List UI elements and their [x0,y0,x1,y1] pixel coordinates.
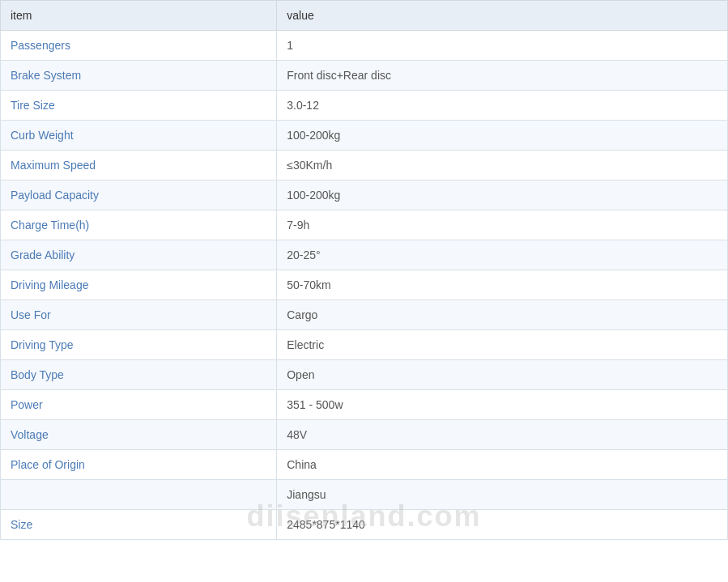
cell-item: Grade Ability [1,240,277,270]
cell-item: Maximum Speed [1,151,277,181]
cell-value: Cargo [277,300,728,330]
cell-value: 100-200kg [277,181,728,210]
cell-value: ≤30Km/h [277,151,728,181]
cell-value: Open [277,360,728,390]
cell-value: 3.0-12 [277,91,728,121]
cell-item: Voltage [1,420,277,450]
cell-item: Tire Size [1,91,277,121]
table-row: Maximum Speed≤30Km/h [1,151,728,181]
specs-table: item value Passengers1Brake SystemFront … [0,0,728,540]
table-row: Curb Weight100-200kg [1,121,728,151]
cell-item: Driving Mileage [1,270,277,300]
cell-value: 100-200kg [277,121,728,151]
table-row: Jiangsu [1,480,728,510]
table-row: Tire Size3.0-12 [1,91,728,121]
table-row: Passengers1 [1,31,728,61]
cell-value: Electric [277,330,728,360]
header-item: item [1,1,277,31]
table-row: Payload Capacity100-200kg [1,181,728,210]
table-row: Body TypeOpen [1,360,728,390]
cell-value: 1 [277,31,728,61]
table-row: Place of OriginChina [1,450,728,480]
table-row: Size2485*875*1140 [1,510,728,540]
cell-value: 20-25° [277,240,728,270]
specs-table-container: item value Passengers1Brake SystemFront … [0,0,728,540]
table-row: Driving Mileage50-70km [1,270,728,300]
cell-item [1,480,277,510]
table-row: Use ForCargo [1,300,728,330]
cell-item: Brake System [1,61,277,91]
cell-item: Size [1,510,277,540]
cell-item: Power [1,390,277,420]
table-row: Driving TypeElectric [1,330,728,360]
cell-item: Driving Type [1,330,277,360]
table-row: Power351 - 500w [1,390,728,420]
cell-item: Curb Weight [1,121,277,151]
table-row: Voltage48V [1,420,728,450]
table-row: Brake SystemFront disc+Rear disc [1,61,728,91]
cell-value: 48V [277,420,728,450]
cell-item: Payload Capacity [1,181,277,210]
cell-value: Jiangsu [277,480,728,510]
cell-item: Place of Origin [1,450,277,480]
header-value: value [277,1,728,31]
table-header: item value [1,1,728,31]
cell-item: Charge Time(h) [1,210,277,240]
table-row: Grade Ability20-25° [1,240,728,270]
cell-value: 2485*875*1140 [277,510,728,540]
table-row: Charge Time(h)7-9h [1,210,728,240]
cell-value: 7-9h [277,210,728,240]
cell-item: Body Type [1,360,277,390]
cell-item: Passengers [1,31,277,61]
cell-value: Front disc+Rear disc [277,61,728,91]
cell-item: Use For [1,300,277,330]
cell-value: China [277,450,728,480]
cell-value: 351 - 500w [277,390,728,420]
cell-value: 50-70km [277,270,728,300]
table-body: Passengers1Brake SystemFront disc+Rear d… [1,31,728,540]
